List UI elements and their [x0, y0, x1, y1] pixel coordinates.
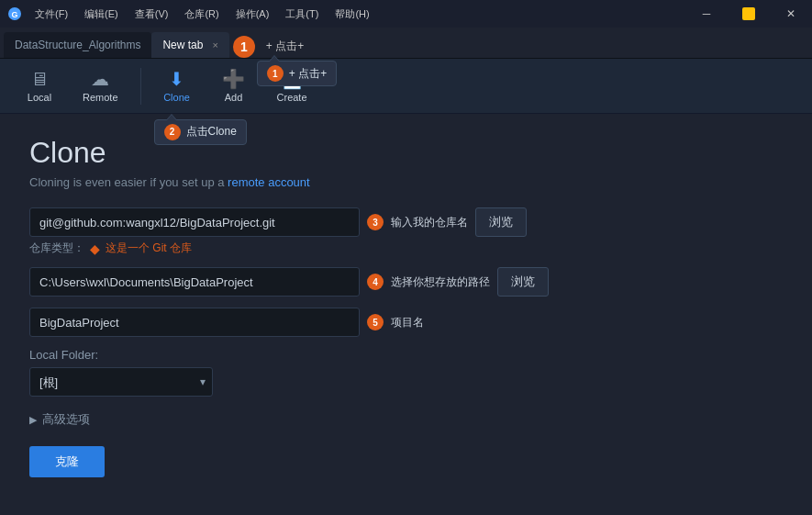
tooltip-step2-text: 点击Clone — [186, 124, 237, 140]
git-dot-icon: ◆ — [90, 241, 100, 256]
tab-newtab-label: New tab — [162, 39, 203, 51]
toolbar: 🖥 Local ☁ Remote ⬇ Clone 2 点击Clone ➕ Add… — [0, 59, 812, 114]
add-icon: ➕ — [222, 70, 245, 88]
folder-select-wrapper: [根] — [29, 367, 213, 397]
tooltip-step2: 2 点击Clone — [154, 119, 247, 145]
repo-type-row: 仓库类型： ◆ 这是一个 Git 仓库 — [29, 241, 783, 256]
project-name-input[interactable] — [29, 308, 360, 337]
tab-action-button[interactable]: + 点击+ 1 + 点击+ — [257, 35, 313, 58]
dropdown-row: [根] — [29, 367, 783, 397]
step3-badge: 3 — [367, 214, 384, 230]
browse-path-button[interactable]: 浏览 — [497, 267, 549, 297]
repo-type-value: 这是一个 Git 仓库 — [106, 241, 192, 256]
step1-badge: 1 — [267, 65, 284, 82]
toolbar-clone[interactable]: ⬇ Clone 2 点击Clone — [152, 66, 202, 106]
toolbar-local-label: Local — [28, 92, 51, 103]
toolbar-create-label: Create — [277, 92, 307, 103]
tab-close-icon[interactable]: × — [212, 39, 217, 50]
step3-hint: 输入我的仓库名 — [391, 215, 468, 230]
menu-edit[interactable]: 编辑(E) — [77, 4, 126, 25]
maximize-icon — [742, 7, 755, 20]
tooltip-step1-text: + 点击+ — [289, 66, 327, 82]
clone-subtitle-prefix: Cloning is even easier if you set up a — [29, 175, 228, 189]
browse-repo-button[interactable]: 浏览 — [475, 207, 527, 237]
app-icon: G — [7, 6, 22, 21]
tab-datastructure[interactable]: DataStructure_Algorithms — [4, 32, 151, 58]
close-button[interactable]: ✕ — [770, 0, 812, 28]
toolbar-clone-label: Clone — [163, 92, 190, 103]
step4-hint: 选择你想存放的路径 — [391, 274, 490, 290]
advanced-options-label: 高级选项 — [42, 411, 90, 428]
step5-hint: 项目名 — [391, 315, 424, 330]
repo-url-input[interactable] — [29, 207, 360, 237]
toolbar-add-label: Add — [225, 92, 243, 103]
toolbar-local[interactable]: 🖥 Local — [15, 66, 64, 106]
menu-file[interactable]: 文件(F) — [28, 4, 75, 25]
main-content: Clone Cloning is even easier if you set … — [0, 114, 812, 499]
toolbar-remote[interactable]: ☁ Remote — [72, 66, 129, 106]
repo-url-row: 3 输入我的仓库名 浏览 — [29, 207, 783, 237]
toolbar-remote-label: Remote — [83, 92, 118, 103]
title-bar-controls: ─ ✕ — [685, 0, 812, 28]
tab-datastructure-label: DataStructure_Algorithms — [15, 39, 140, 51]
tab-newtab[interactable]: New tab × — [151, 32, 228, 58]
clone-subtitle: Cloning is even easier if you set up a r… — [29, 175, 783, 189]
chevron-icon: ▶ — [29, 414, 37, 426]
toolbar-divider — [140, 68, 141, 105]
tab-action-label: + 点击+ — [266, 39, 304, 54]
local-icon: 🖥 — [30, 70, 49, 88]
advanced-options-row[interactable]: ▶ 高级选项 — [29, 411, 783, 428]
remote-icon: ☁ — [91, 70, 109, 88]
step5-badge: 5 — [367, 314, 384, 330]
step2-badge: 2 — [164, 124, 181, 140]
tab-bar: DataStructure_Algorithms New tab × 1 + 点… — [0, 28, 812, 59]
tab-new-button[interactable]: 1 — [233, 36, 255, 58]
project-name-row: 5 项目名 — [29, 308, 783, 337]
local-folder-label: Local Folder: — [29, 348, 783, 362]
menu-view[interactable]: 查看(V) — [128, 4, 176, 25]
tooltip-step1: 1 + 点击+ — [257, 61, 337, 86]
svg-text:G: G — [11, 10, 17, 19]
menu-repo[interactable]: 仓库(R) — [177, 4, 226, 25]
maximize-button[interactable] — [728, 0, 770, 28]
path-input[interactable] — [29, 267, 360, 297]
folder-select[interactable]: [根] — [29, 367, 213, 397]
tab-add-area: 1 + 点击+ 1 + 点击+ — [233, 35, 313, 58]
path-row: 4 选择你想存放的路径 浏览 — [29, 267, 783, 297]
minimize-button[interactable]: ─ — [685, 0, 728, 28]
clone-button[interactable]: 克隆 — [29, 446, 105, 477]
clone-title: Clone — [29, 136, 783, 170]
title-bar: G 文件(F) 编辑(E) 查看(V) 仓库(R) 操作(A) 工具(T) 帮助… — [0, 0, 812, 28]
clone-icon: ⬇ — [169, 70, 184, 88]
menu-help[interactable]: 帮助(H) — [328, 4, 376, 25]
title-bar-menu[interactable]: 文件(F) 编辑(E) 查看(V) 仓库(R) 操作(A) 工具(T) 帮助(H… — [28, 4, 377, 25]
title-bar-left: G 文件(F) 编辑(E) 查看(V) 仓库(R) 操作(A) 工具(T) 帮助… — [7, 4, 377, 25]
toolbar-add[interactable]: ➕ Add — [209, 66, 259, 106]
remote-account-link[interactable]: remote account — [228, 175, 310, 189]
repo-type-label: 仓库类型： — [29, 241, 84, 256]
menu-action[interactable]: 操作(A) — [228, 4, 277, 25]
step4-badge: 4 — [367, 274, 384, 290]
menu-tool[interactable]: 工具(T) — [278, 4, 326, 25]
